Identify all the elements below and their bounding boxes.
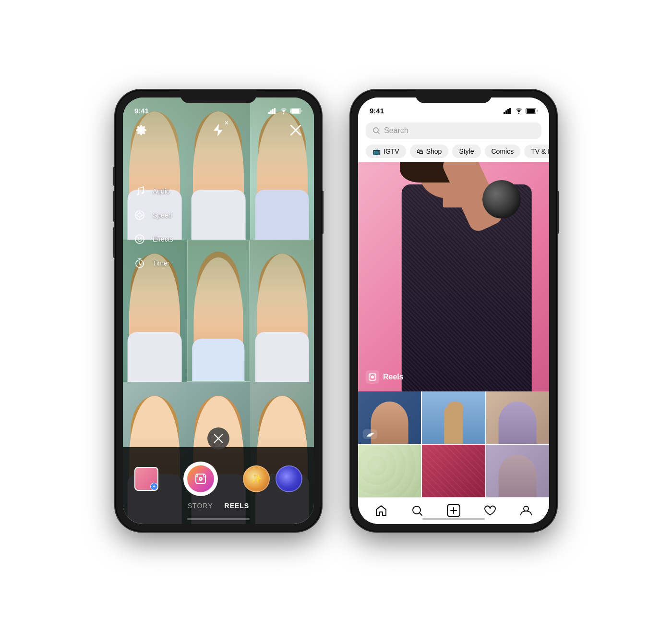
- filter-sparkle[interactable]: ✨: [243, 465, 270, 492]
- hand-fingers: [447, 402, 463, 412]
- face-cell-tr: [250, 97, 314, 240]
- camera-control-row: + ✨: [123, 462, 314, 496]
- filter-options: ✨: [243, 465, 302, 492]
- svg-point-20: [518, 112, 519, 113]
- status-icons-left: [268, 108, 302, 114]
- face-cell-center: [187, 240, 251, 382]
- status-time-left: 9:41: [134, 107, 149, 115]
- thumb-4[interactable]: [358, 445, 421, 497]
- effects-icon: [132, 232, 147, 246]
- svg-point-9: [135, 235, 144, 244]
- story-tab[interactable]: STORY: [188, 502, 213, 510]
- comics-label: Comics: [492, 147, 514, 155]
- right-phone: 9:41: [350, 90, 557, 532]
- search-bar[interactable]: Search: [366, 122, 541, 139]
- svg-rect-16: [504, 112, 505, 114]
- status-bar-left: 9:41: [123, 97, 314, 119]
- category-shop[interactable]: 🛍 Shop: [410, 145, 449, 158]
- svg-rect-19: [509, 108, 511, 114]
- category-igtv[interactable]: 📺 IGTV: [366, 145, 406, 158]
- add-icon: [447, 504, 460, 517]
- power-button-right[interactable]: [557, 191, 559, 234]
- profile-nav-button[interactable]: [516, 500, 537, 521]
- category-style[interactable]: Style: [452, 145, 480, 158]
- music-icon: [132, 184, 147, 198]
- camera-top-controls: ✕: [123, 122, 314, 139]
- flash-button[interactable]: ✕: [210, 122, 227, 139]
- wifi-icon-dark: [515, 108, 523, 114]
- explore-screen: 9:41: [358, 97, 549, 524]
- volume-down-button[interactable]: [113, 227, 115, 258]
- flowers-pattern: [358, 445, 421, 497]
- reels-text: Reels: [383, 373, 404, 381]
- power-button[interactable]: [322, 191, 324, 234]
- reels-film-icon: [369, 373, 376, 381]
- search-icon: [372, 127, 380, 134]
- effects-label: Effects: [153, 235, 173, 243]
- search-bar-container: Search: [358, 119, 549, 143]
- thumb-person-6: [499, 455, 537, 497]
- reels-featured-card[interactable]: Reels: [358, 162, 549, 391]
- reels-tab[interactable]: REELS: [225, 502, 250, 510]
- category-comics[interactable]: Comics: [485, 145, 521, 158]
- status-time-right: 9:41: [370, 107, 384, 115]
- svg-rect-2: [272, 109, 274, 114]
- category-scroll: 📺 IGTV 🛍 Shop Style Comics TV & Movies: [358, 143, 549, 162]
- svg-point-4: [283, 112, 284, 113]
- timer-menu-item[interactable]: Timer: [132, 256, 173, 270]
- camera-side-menu: Audio Speed: [132, 184, 173, 270]
- thumbnail-grid: [358, 391, 549, 497]
- timer-label: Timer: [153, 259, 169, 267]
- speed-label: Speed: [153, 211, 172, 219]
- face-cell-mr: [250, 240, 314, 382]
- search-nav-icon: [411, 504, 423, 517]
- left-phone: 9:41: [115, 90, 322, 532]
- volume-up-button[interactable]: [113, 191, 115, 222]
- timer-icon: [132, 256, 147, 270]
- filter-circle[interactable]: [276, 465, 302, 492]
- settings-button[interactable]: [132, 122, 150, 139]
- home-indicator-left: [187, 518, 250, 520]
- camera-mode-tabs: STORY REELS: [188, 502, 249, 510]
- status-icons-right: [504, 108, 538, 114]
- thumb-6[interactable]: [486, 445, 549, 497]
- status-bar-right: 9:41: [358, 97, 549, 119]
- effects-menu-item[interactable]: Effects: [132, 232, 173, 246]
- category-tv-movies[interactable]: TV & Movies: [524, 145, 549, 158]
- thumb-2[interactable]: [422, 391, 485, 444]
- delete-clip-button[interactable]: [207, 427, 229, 450]
- x-icon: [214, 434, 223, 443]
- smiley-icon: [134, 234, 145, 244]
- audio-menu-item[interactable]: Audio: [132, 184, 173, 198]
- thumb-5[interactable]: [422, 445, 485, 497]
- plus-badge: +: [150, 483, 158, 490]
- home-icon: [375, 505, 387, 516]
- home-nav-button[interactable]: [371, 500, 392, 521]
- thumb-1[interactable]: [358, 391, 421, 444]
- close-button[interactable]: [287, 122, 304, 139]
- search-placeholder: Search: [384, 126, 408, 135]
- mute-button[interactable]: [113, 167, 115, 186]
- svg-point-29: [524, 506, 528, 511]
- reels-label: Reels: [366, 370, 404, 384]
- audio-label: Audio: [153, 187, 170, 195]
- gear-icon: [135, 124, 147, 136]
- svg-rect-3: [274, 108, 276, 114]
- speed-icon: [132, 208, 147, 222]
- svg-rect-22: [527, 109, 535, 113]
- bird-icon: [366, 431, 374, 438]
- thumb-3[interactable]: [486, 391, 549, 444]
- clock-icon: [134, 258, 145, 268]
- gallery-thumbnail[interactable]: +: [134, 467, 158, 491]
- record-button[interactable]: [183, 462, 218, 496]
- svg-rect-18: [507, 109, 509, 114]
- svg-point-11: [141, 238, 142, 239]
- speed-menu-item[interactable]: Speed: [132, 208, 173, 222]
- style-label: Style: [459, 147, 474, 155]
- tv-movies-label: TV & Movies: [531, 147, 549, 155]
- reels-badge-icon: [366, 370, 379, 384]
- signal-icon-dark: [504, 108, 512, 114]
- wifi-icon: [280, 108, 288, 114]
- camera-bottom-controls: + ✨: [123, 447, 314, 524]
- heart-icon: [484, 505, 496, 516]
